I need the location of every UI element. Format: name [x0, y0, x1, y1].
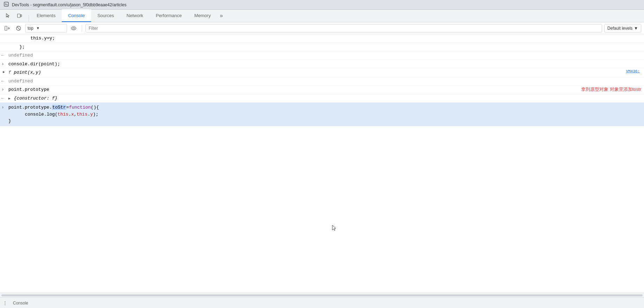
- line-content: this.y=y;: [7, 35, 641, 42]
- annotation-area: 拿到原型对象 对象里添加tostr: [581, 86, 641, 93]
- line-content: ▶ {constructor: f}: [7, 95, 641, 102]
- clear-console-button[interactable]: [14, 24, 23, 33]
- line-expand-arrow: [0, 44, 7, 44]
- scroll-track: [1, 294, 643, 296]
- tab-performance[interactable]: Performance: [149, 9, 188, 22]
- tab-network[interactable]: Network: [120, 9, 150, 22]
- bottom-console-tab[interactable]: Console: [9, 298, 32, 308]
- expand-constructor-arrow[interactable]: ▶: [8, 97, 10, 101]
- svg-rect-3: [21, 15, 22, 17]
- horizontal-scrollbar[interactable]: [0, 293, 644, 298]
- console-line: };: [0, 43, 644, 52]
- filter-input[interactable]: [86, 24, 602, 32]
- title-bar: DevTools - segmentfault.com/u/jason_5f0d…: [0, 0, 644, 10]
- console-return-undefined-2: ← undefined: [0, 77, 644, 86]
- svg-rect-4: [5, 26, 7, 30]
- bottom-bar: ⋮ Console: [0, 298, 644, 308]
- line-expand-arrow: [0, 35, 7, 36]
- console-toolbar: top ▼ Default levels ▼: [0, 22, 644, 34]
- line-content: console.dir(point);: [7, 61, 641, 68]
- input-arrow-2: ›: [0, 86, 7, 92]
- console-line: this.y=y;: [0, 34, 644, 43]
- console-input-prototype: › point.prototype 拿到原型对象 对象里添加tostr: [0, 86, 644, 94]
- line-content: undefined: [7, 52, 641, 59]
- expand-function-arrow[interactable]: ▶: [0, 69, 7, 74]
- function-content: f point(x,y): [7, 69, 626, 76]
- line-content: undefined: [7, 78, 641, 85]
- more-tabs-button[interactable]: »: [217, 9, 226, 22]
- default-levels-button[interactable]: Default levels ▼: [604, 24, 641, 32]
- svg-line-6: [17, 27, 20, 30]
- cursor-icon[interactable]: [3, 11, 13, 21]
- console-empty-space: [0, 126, 644, 196]
- eye-icon[interactable]: [69, 24, 78, 33]
- window-title: DevTools - segmentfault.com/u/jason_5f0d…: [12, 2, 126, 7]
- device-icon[interactable]: [15, 11, 24, 21]
- return-arrow-3: ←: [0, 95, 7, 101]
- tostr-code-block: point.prototype.toStr=function(){ consol…: [7, 104, 641, 125]
- tab-bar: Elements Console Sources Network Perform…: [0, 10, 644, 22]
- console-return-constructor: ← ▶ {constructor: f}: [0, 94, 644, 103]
- tab-sources[interactable]: Sources: [91, 9, 120, 22]
- toolbar-divider: [82, 25, 82, 32]
- tab-memory[interactable]: Memory: [188, 9, 217, 22]
- context-selector[interactable]: top ▼: [25, 24, 67, 32]
- input-arrow: ›: [0, 61, 7, 67]
- separator: [29, 15, 29, 22]
- svg-point-7: [73, 27, 75, 29]
- console-input-tostr: › point.prototype.toStr=function(){ cons…: [0, 103, 644, 126]
- source-link-vm436[interactable]: VM436:: [626, 69, 641, 73]
- tab-console[interactable]: Console: [62, 9, 91, 22]
- console-result-function: ▶ f point(x,y) VM436:: [0, 68, 644, 77]
- tab-elements[interactable]: Elements: [30, 9, 62, 22]
- line-content: };: [7, 44, 641, 51]
- input-arrow-3: ›: [0, 104, 7, 110]
- return-arrow-2: ←: [0, 78, 7, 84]
- console-expand-button[interactable]: [3, 24, 12, 33]
- devtools-icon: [3, 1, 9, 8]
- console-content: this.y=y; }; ← undefined › console.dir(p…: [0, 34, 644, 298]
- console-return-undefined-1: ← undefined: [0, 51, 644, 60]
- tab-icons-left: [0, 9, 27, 22]
- console-input-consoledir: › console.dir(point);: [0, 60, 644, 69]
- line-content: point.prototype: [7, 86, 553, 93]
- return-arrow: ←: [0, 52, 7, 58]
- svg-rect-2: [17, 14, 20, 17]
- bottom-dots-icon: ⋮: [3, 300, 7, 306]
